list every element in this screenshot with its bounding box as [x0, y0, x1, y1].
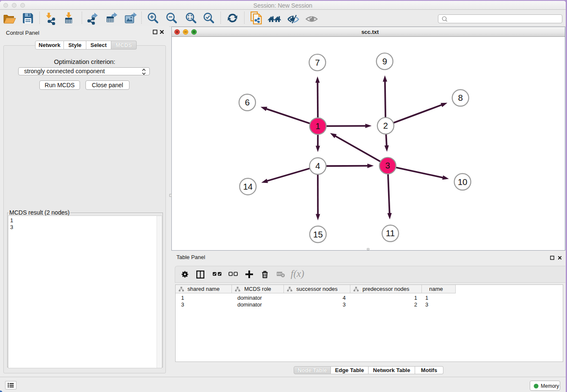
svg-text:15: 15	[313, 229, 323, 239]
svg-text:4: 4	[315, 161, 320, 171]
svg-text:7: 7	[315, 58, 319, 67]
svg-text:1: 1	[316, 121, 320, 131]
svg-text:8: 8	[458, 93, 462, 102]
svg-text:11: 11	[386, 228, 395, 238]
svg-text:3: 3	[385, 160, 390, 170]
svg-text:6: 6	[245, 97, 250, 107]
svg-text:2: 2	[383, 121, 388, 130]
svg-text:14: 14	[243, 182, 253, 191]
svg-text:9: 9	[382, 56, 387, 66]
svg-text:10: 10	[458, 177, 468, 187]
